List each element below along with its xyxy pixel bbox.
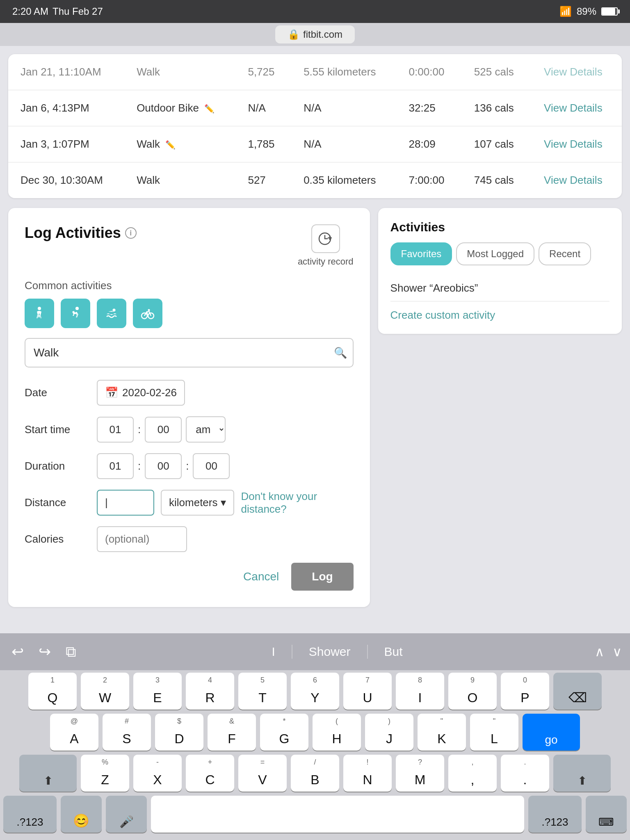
key-A[interactable]: @A	[50, 714, 98, 751]
row-action[interactable]: View Details	[532, 126, 622, 162]
row-action[interactable]: View Details	[532, 90, 622, 126]
keyboard: ↩ ↪ ⧉ I Shower But ∧ ∨ 1Q 2W 3E 4R 5T 6Y…	[0, 633, 630, 840]
most-logged-tab[interactable]: Most Logged	[456, 242, 534, 265]
table-row: Jan 3, 1:07PM Walk ✏️ 1,785 N/A 28:09 10…	[8, 126, 622, 162]
copy-icon[interactable]: ⧉	[62, 640, 80, 664]
mic-key[interactable]: 🎤	[106, 796, 147, 833]
url-pill[interactable]: 🔒 fitbit.com	[275, 25, 355, 43]
edit-icon[interactable]: ✏️	[204, 104, 215, 113]
key-I[interactable]: 8I	[396, 673, 444, 710]
key-Y[interactable]: 6Y	[291, 673, 339, 710]
delete-key[interactable]: ⌫	[553, 673, 602, 710]
start-min-input[interactable]	[145, 417, 182, 443]
dont-know-distance-link[interactable]: Don't know your distance?	[241, 490, 353, 516]
key-F[interactable]: &F	[208, 714, 256, 751]
suggest-word-i[interactable]: I	[255, 645, 292, 659]
key-C[interactable]: +C	[186, 755, 234, 792]
space-key[interactable]	[151, 796, 524, 833]
bike-icon-button[interactable]	[133, 299, 162, 328]
key-comma[interactable]: ,,	[448, 755, 497, 792]
activity-record-icon	[311, 224, 340, 253]
keyboard-icon-key[interactable]: ⌨	[586, 796, 627, 833]
suggest-word-shower[interactable]: Shower	[292, 645, 368, 659]
keyboard-toolbar-center: I Shower But	[255, 645, 419, 659]
walk-icon-button[interactable]	[25, 299, 54, 328]
duration-secs-input[interactable]	[193, 453, 230, 479]
key-row-2: @A #S $D &F *G (H )J "K "L go	[3, 714, 627, 751]
row-action[interactable]: View Details	[532, 54, 622, 90]
duration-mins-input[interactable]	[145, 453, 182, 479]
key-V[interactable]: =V	[238, 755, 287, 792]
wifi-icon: 📶	[559, 6, 572, 17]
activities-tab-row: Favorites Most Logged Recent	[390, 242, 609, 265]
key-Z[interactable]: %Z	[81, 755, 129, 792]
unit-label: kilometers	[169, 496, 217, 509]
shift-left-key[interactable]: ⬆	[19, 755, 77, 792]
row-steps: 1,785	[235, 126, 291, 162]
key-P[interactable]: 0P	[501, 673, 549, 710]
duration-hours-input[interactable]	[97, 453, 134, 479]
swim-icon-button[interactable]	[97, 299, 126, 328]
unit-select[interactable]: kilometers ▾	[161, 490, 234, 516]
recent-tab[interactable]: Recent	[539, 242, 591, 265]
start-hour-input[interactable]	[97, 417, 134, 443]
log-activities-title: Log Activities i	[25, 224, 137, 242]
row-action[interactable]: View Details	[532, 162, 622, 199]
key-L[interactable]: "L	[470, 714, 518, 751]
time-colon-2: :	[186, 460, 189, 472]
shift-right-key[interactable]: ⬆	[553, 755, 611, 792]
date-input[interactable]: 📅 2020-02-26	[97, 380, 185, 406]
key-N[interactable]: !N	[343, 755, 392, 792]
key-B[interactable]: /B	[291, 755, 339, 792]
activity-record-button[interactable]: activity record	[298, 224, 354, 267]
key-T[interactable]: 5T	[238, 673, 287, 710]
key-G[interactable]: *G	[260, 714, 308, 751]
suggest-word-but[interactable]: But	[368, 645, 419, 659]
key-U[interactable]: 7U	[343, 673, 392, 710]
chevron-down-icon[interactable]: ∨	[612, 644, 622, 660]
chevron-up-icon[interactable]: ∧	[595, 644, 604, 660]
calories-input[interactable]	[97, 526, 187, 552]
create-custom-activity-link[interactable]: Create custom activity	[390, 301, 609, 322]
activity-icons-row	[25, 299, 354, 328]
activity-search-input[interactable]	[25, 338, 354, 368]
date: Thu Feb 27	[52, 6, 103, 17]
search-icon[interactable]: 🔍	[334, 347, 347, 359]
sym-left-key[interactable]: .?123	[3, 796, 57, 833]
key-D[interactable]: $D	[155, 714, 203, 751]
key-X[interactable]: -X	[133, 755, 182, 792]
key-J[interactable]: )J	[365, 714, 413, 751]
duration-group: : :	[97, 453, 230, 479]
row-steps: 5,725	[235, 54, 291, 90]
key-W[interactable]: 2W	[81, 673, 129, 710]
am-pm-select[interactable]: am pm	[186, 416, 226, 443]
cancel-button[interactable]: Cancel	[243, 570, 279, 583]
emoji-key[interactable]: 😊	[61, 796, 102, 833]
redo-icon[interactable]: ↪	[35, 640, 54, 664]
info-icon[interactable]: i	[125, 227, 137, 239]
edit-icon[interactable]: ✏️	[165, 140, 176, 149]
favorites-tab[interactable]: Favorites	[390, 242, 452, 265]
key-M[interactable]: ?M	[396, 755, 444, 792]
key-row-1: 1Q 2W 3E 4R 5T 6Y 7U 8I 9O 0P ⌫	[3, 673, 627, 710]
key-H[interactable]: (H	[313, 714, 361, 751]
status-bar-left: 2:20 AM Thu Feb 27	[12, 6, 103, 17]
undo-icon[interactable]: ↩	[8, 640, 27, 664]
key-Q[interactable]: 1Q	[28, 673, 77, 710]
run-icon-button[interactable]	[61, 299, 90, 328]
key-S[interactable]: #S	[103, 714, 151, 751]
key-R[interactable]: 4R	[186, 673, 234, 710]
key-O[interactable]: 9O	[448, 673, 497, 710]
run-icon	[68, 306, 83, 321]
log-button[interactable]: Log	[291, 563, 353, 591]
time: 2:20 AM	[12, 6, 48, 17]
key-E[interactable]: 3E	[133, 673, 182, 710]
key-K[interactable]: "K	[418, 714, 466, 751]
calendar-icon: 📅	[105, 386, 118, 399]
row-steps: 527	[235, 162, 291, 199]
log-activities-card: Log Activities i activity	[8, 208, 370, 607]
distance-input[interactable]	[97, 490, 154, 516]
go-key[interactable]: go	[523, 714, 580, 751]
key-period[interactable]: ..	[501, 755, 549, 792]
sym-right-key[interactable]: .?123	[528, 796, 582, 833]
